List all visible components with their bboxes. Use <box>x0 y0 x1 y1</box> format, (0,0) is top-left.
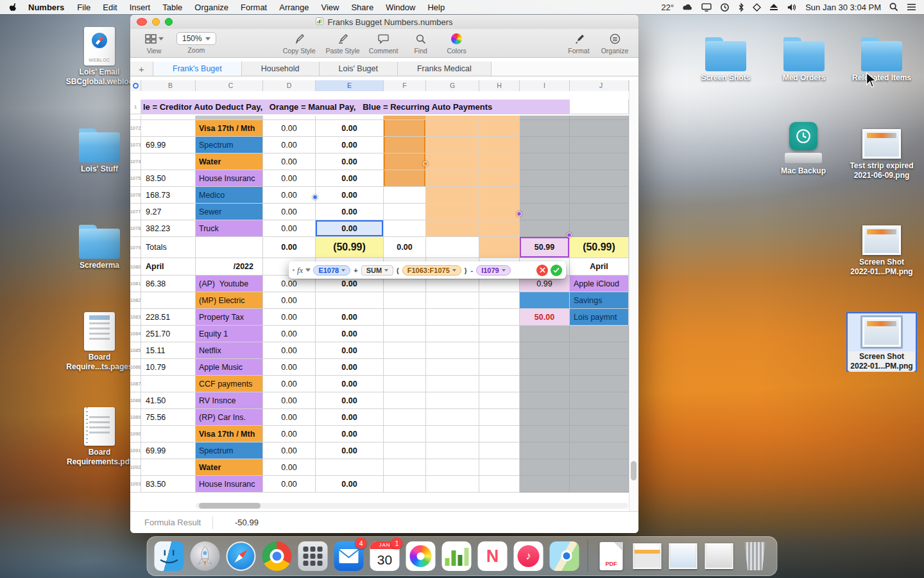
cell-C1073[interactable]: Spectrum <box>196 137 263 153</box>
cell-E[interactable] <box>316 116 384 120</box>
cell-H1078[interactable] <box>479 220 520 237</box>
row-header[interactable]: 1088 <box>130 392 141 409</box>
cell-J1082[interactable]: Savings <box>570 292 629 309</box>
dock-stack-1[interactable] <box>632 541 663 572</box>
cell-C1076[interactable]: Medico <box>196 187 263 204</box>
cell-E1085[interactable]: 0.00 <box>316 342 384 359</box>
cell-E1084[interactable]: 0.00 <box>316 326 384 342</box>
cell-C1092[interactable]: Water <box>196 459 263 476</box>
column-header-G[interactable]: G <box>426 80 479 91</box>
cell-F1082[interactable] <box>384 292 426 309</box>
cell-I1085[interactable] <box>520 342 570 359</box>
range-handle-purple-bottom[interactable] <box>567 232 572 238</box>
cell-G1074[interactable] <box>426 153 479 170</box>
cell-I1079[interactable]: 50.99 <box>520 237 570 258</box>
dock-photos[interactable] <box>406 541 436 572</box>
cell-I1082[interactable] <box>520 292 570 309</box>
cell-G1091[interactable] <box>426 442 479 459</box>
cell-B1093[interactable]: 83.50 <box>141 476 196 493</box>
vertical-scrollbar[interactable] <box>629 80 638 511</box>
dock-safari[interactable] <box>226 541 257 572</box>
cell-B1084[interactable]: 251.70 <box>141 326 196 342</box>
cell-J1090[interactable] <box>570 426 629 442</box>
cell-I1087[interactable] <box>520 376 570 392</box>
paste-style-button[interactable]: Paste Style <box>325 32 359 55</box>
row-header[interactable]: 1073 <box>130 137 141 153</box>
cell-E1073[interactable]: 0.00 <box>316 137 384 153</box>
cell-H1085[interactable] <box>479 342 520 359</box>
cell-F1090[interactable] <box>384 426 426 442</box>
cell-C1093[interactable]: House Insuranc <box>196 476 263 493</box>
cell-H1090[interactable] <box>479 426 520 442</box>
cell-F1072[interactable] <box>384 120 426 137</box>
column-header-I[interactable]: I <box>520 80 570 91</box>
menu-help[interactable]: Help <box>427 3 445 12</box>
menu-window[interactable]: Window <box>386 3 415 12</box>
cell-D[interactable] <box>263 116 316 120</box>
cell-J1089[interactable] <box>570 409 629 426</box>
dock-launchpad[interactable] <box>190 541 221 572</box>
eject-icon[interactable] <box>769 3 778 11</box>
cell-B[interactable] <box>141 116 196 120</box>
cell-J1092[interactable] <box>570 459 629 476</box>
cell-F1077[interactable] <box>384 204 426 220</box>
cell-C1086[interactable]: Apple Music <box>196 359 263 376</box>
cell-B1074[interactable] <box>141 153 196 170</box>
dock-calculator[interactable] <box>298 541 329 572</box>
cloud-icon[interactable] <box>682 3 693 11</box>
row-header[interactable]: 1091 <box>130 442 141 459</box>
cell-D1076[interactable]: 0.00 <box>263 187 316 204</box>
cell-I1073[interactable] <box>520 137 570 153</box>
row-header[interactable]: 1074 <box>130 153 141 170</box>
cell-B1076[interactable]: 168.73 <box>141 187 196 204</box>
menu-file[interactable]: File <box>77 3 90 12</box>
desktop-icon-screen-shot[interactable]: Screen Shot 2022-01...PM.png <box>846 312 917 372</box>
cell-I1083[interactable]: 50.00 <box>520 309 570 326</box>
dock-trash[interactable] <box>740 541 771 572</box>
cell-J1[interactable] <box>570 100 629 114</box>
cell-D1077[interactable]: 0.00 <box>263 204 316 220</box>
vertical-scrollbar-thumb[interactable] <box>631 461 637 480</box>
formula-token-sum[interactable]: SUM <box>361 265 393 276</box>
dock-maps[interactable] <box>549 541 580 572</box>
copy-style-button[interactable]: Copy Style <box>283 32 316 55</box>
cell-E1077[interactable]: 0.00 <box>316 204 384 220</box>
cell-J1077[interactable] <box>570 204 629 220</box>
menu-view[interactable]: View <box>321 3 339 12</box>
horizontal-scrollbar-thumb[interactable] <box>199 503 261 509</box>
cell-G1078[interactable] <box>426 220 479 237</box>
cell-J1072[interactable] <box>570 120 629 137</box>
cell-I1077[interactable] <box>520 204 570 220</box>
cell-D1079[interactable]: 0.00 <box>263 237 316 258</box>
column-header-D[interactable]: D <box>263 80 316 91</box>
cell-D1078[interactable]: 0.00 <box>263 220 316 237</box>
cell-F1076[interactable] <box>384 187 426 204</box>
cell-F1091[interactable] <box>384 442 426 459</box>
menu-edit[interactable]: Edit <box>103 3 117 12</box>
cell-I1088[interactable] <box>520 392 570 409</box>
cell-I1086[interactable] <box>520 359 570 376</box>
dock-mail[interactable]: 4 <box>334 541 364 572</box>
cell-J1074[interactable] <box>570 153 629 170</box>
cell-E1072[interactable]: 0.00 <box>316 120 384 137</box>
menubar-app-name[interactable]: Numbers <box>28 3 64 12</box>
cell-B1077[interactable]: 9.27 <box>141 204 196 220</box>
cell-H1077[interactable] <box>479 204 520 220</box>
row-header[interactable]: 1072 <box>130 120 141 137</box>
cell-C[interactable] <box>196 116 263 120</box>
notification-center-icon[interactable] <box>907 3 916 11</box>
row-header[interactable]: 1 <box>130 100 141 114</box>
dock-music[interactable]: ♪ <box>513 541 544 572</box>
row-header[interactable]: 1077 <box>130 204 141 220</box>
range-handle-purple-top[interactable] <box>517 211 522 216</box>
cell-I1072[interactable] <box>520 120 570 137</box>
desktop-icon-test-strip-expired[interactable]: Test strip expired 2021-06-09.png <box>846 124 917 180</box>
cell-C1077[interactable]: Sewer <box>196 204 263 220</box>
cell-G1090[interactable] <box>426 426 479 442</box>
cell-C1087[interactable]: CCF payments <box>196 376 263 392</box>
zoom-window-button[interactable] <box>165 18 173 26</box>
cell-B1075[interactable]: 83.50 <box>141 170 196 187</box>
formula-token-e1078[interactable]: E1078 <box>313 265 350 276</box>
cell-H1088[interactable] <box>479 392 520 409</box>
cell-H1083[interactable] <box>479 309 520 326</box>
